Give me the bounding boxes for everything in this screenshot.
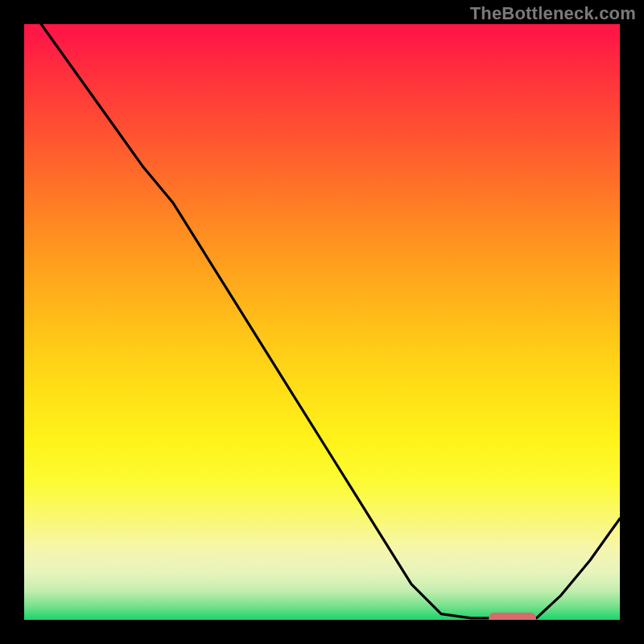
plot-area [24, 24, 620, 620]
optimal-range-marker [489, 613, 536, 620]
chart-frame: TheBottleneck.com [0, 0, 644, 644]
attribution-text: TheBottleneck.com [470, 3, 636, 24]
bottleneck-curve [24, 24, 620, 620]
